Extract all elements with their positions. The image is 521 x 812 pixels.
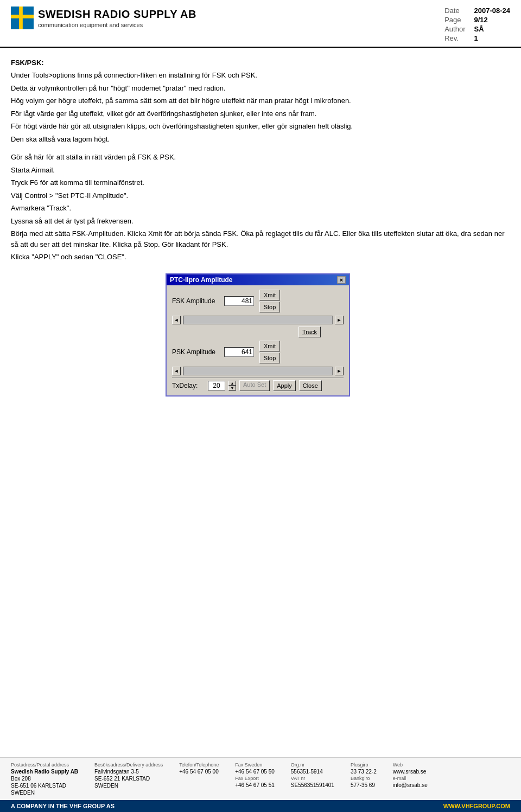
bankgiro-value: 577-35 69 <box>351 782 377 788</box>
fsk-slider-bar[interactable] <box>183 316 333 324</box>
company-tagline: communication equipment and services <box>38 22 196 28</box>
psk-label: PSK Amplitude <box>172 348 221 356</box>
psk-value-field[interactable]: 641 <box>224 347 254 357</box>
para1: Under Tools>options finns på connection-… <box>11 70 505 81</box>
para2: Detta är volymkontrollen på hur "högt" m… <box>11 83 505 94</box>
logo-area: SWEDISH RADIO SUPPLY AB communication eq… <box>11 7 196 29</box>
fsk-value: 481 <box>242 297 252 305</box>
plusgiro-value: 33 73 22-2 <box>351 769 377 775</box>
fsk-xmit-button[interactable]: Xmit <box>259 290 280 300</box>
track-button[interactable]: Track <box>298 327 321 337</box>
ptc-dialog: PTC-IIpro Amplitude × FSK Amplitude 481 … <box>166 273 350 397</box>
bankgiro-label: Bankgiro <box>351 776 377 781</box>
txdelay-row: TxDelay: 20 ▲ ▼ Auto Set Apply Close <box>172 380 344 391</box>
txdelay-down-button[interactable]: ▼ <box>228 386 236 391</box>
page-label: Page <box>444 16 465 24</box>
fsk-slider-right[interactable]: ► <box>335 316 344 324</box>
psk-slider-bar[interactable] <box>183 367 333 375</box>
section-title: FSK/PSK: <box>11 59 505 67</box>
web-value: www.srsab.se <box>393 769 428 775</box>
apply-button[interactable]: Apply <box>273 380 296 391</box>
autoset-button[interactable]: Auto Set <box>239 380 270 391</box>
vhf-group-text: A COMPANY IN THE VHF GROUP AS <box>11 803 115 809</box>
txdelay-value: 20 <box>213 382 220 389</box>
fsk-slider-left[interactable]: ◄ <box>172 316 181 324</box>
delivery-label: Besöksadress/Delivery address <box>94 762 163 768</box>
logo-text: SWEDISH RADIO SUPPLY AB communication eq… <box>38 8 196 28</box>
para13: Börja med att sätta FSK-Amplituden. Klic… <box>11 228 505 250</box>
txdelay-spinners: ▲ ▼ <box>228 381 236 391</box>
psk-slider-row: ◄ ► <box>172 367 344 375</box>
para12: Lyssna så att det är tyst på frekvensen. <box>11 216 505 227</box>
vhf-group-url: WWW.VHFGROUP.COM <box>443 803 510 809</box>
fsk-label: FSK Amplitude <box>172 297 221 305</box>
email-value: info@srsab.se <box>393 782 428 788</box>
dialog-titlebar: PTC-IIpro Amplitude × <box>167 274 349 285</box>
intro-block: FSK/PSK: Under Tools>options finns på co… <box>11 59 505 144</box>
plusgiro-label: Plusgiro <box>351 762 377 768</box>
date-label: Date <box>444 7 465 15</box>
close-button[interactable]: Close <box>299 380 322 391</box>
author-label: Author <box>444 25 465 33</box>
page-value: 9/12 <box>474 16 511 24</box>
web-col: Web www.srsab.se e-mail info@srsab.se <box>393 762 428 796</box>
delivery-address-col: Besöksadress/Delivery address Fallvindsg… <box>94 762 163 796</box>
street-footer: Fallvindsgatan 3-5 <box>94 769 163 775</box>
postal-label: Postadress/Postal address <box>11 762 78 768</box>
psk-label-row: PSK Amplitude 641 Xmit Stop <box>172 341 344 363</box>
separator <box>172 378 344 378</box>
svg-rect-2 <box>11 15 34 18</box>
dialog-wrapper: PTC-IIpro Amplitude × FSK Amplitude 481 … <box>11 273 505 397</box>
phone-value: +46 54 67 05 00 <box>179 769 219 775</box>
author-value: SÅ <box>474 25 511 33</box>
delivery-country-footer: SWEDEN <box>94 783 163 789</box>
rev-label: Rev. <box>444 34 465 42</box>
document-meta: Date 2007-08-24 Page 9/12 Author SÅ Rev.… <box>444 7 510 42</box>
date-value: 2007-08-24 <box>474 7 511 15</box>
company-name: SWEDISH RADIO SUPPLY AB <box>38 8 196 21</box>
main-content: FSK/PSK: Under Tools>options finns på co… <box>0 48 521 413</box>
logo-icon <box>11 7 34 29</box>
fsk-stop-button[interactable]: Stop <box>259 302 280 312</box>
giro-col: Plusgiro 33 73 22-2 Bankgiro 577-35 69 <box>351 762 377 796</box>
para3: Hög volym ger högre uteffekt, på samma s… <box>11 95 505 106</box>
page-footer: Postadress/Postal address Swedish Radio … <box>0 757 521 812</box>
psk-value: 641 <box>242 348 252 356</box>
psk-stop-button[interactable]: Stop <box>259 353 280 363</box>
fax-export-value: +46 54 67 05 51 <box>235 782 275 788</box>
para14: Klicka "APPLY" och sedan "CLOSE". <box>11 252 505 263</box>
txdelay-up-button[interactable]: ▲ <box>228 381 236 386</box>
txdelay-label: TxDelay: <box>172 382 205 389</box>
txdelay-input[interactable]: 20 <box>208 381 225 391</box>
fsk-value-field[interactable]: 481 <box>224 296 254 306</box>
para4: För lågt värde ger låg uteffekt, vilket … <box>11 108 505 119</box>
city-footer: SE-651 06 KARLSTAD <box>11 783 78 789</box>
vat-label: VAT nr <box>291 776 334 781</box>
psk-slider-left[interactable]: ◄ <box>172 367 181 375</box>
para5: För högt värde här gör att utsignalen kl… <box>11 121 505 132</box>
org-value: 556351-5914 <box>291 769 334 775</box>
company-footer: Swedish Radio Supply AB <box>11 769 78 775</box>
para7: Gör så här för att ställa in rätt värden… <box>11 152 505 163</box>
fax-value: +46 54 67 05 50 <box>235 769 275 775</box>
instructions-block: Gör så här för att ställa in rätt värden… <box>11 152 505 263</box>
para8: Starta Airmail. <box>11 165 505 176</box>
dialog-title: PTC-IIpro Amplitude <box>170 276 233 284</box>
psk-xmit-button[interactable]: Xmit <box>259 341 280 351</box>
delivery-city-footer: SE-652 21 KARLSTAD <box>94 776 163 782</box>
fax-label: Fax Sweden <box>235 762 275 768</box>
postal-address-col: Postadress/Postal address Swedish Radio … <box>11 762 78 796</box>
para11: Avmarkera "Track". <box>11 203 505 214</box>
country-footer: SWEDEN <box>11 790 78 796</box>
fax-export-label: Fax Export <box>235 776 275 781</box>
fsk-slider-row: ◄ ► <box>172 316 344 324</box>
org-label: Org.nr <box>291 762 334 768</box>
fsk-label-row: FSK Amplitude 481 Xmit Stop <box>172 290 344 312</box>
psk-slider-right[interactable]: ► <box>335 367 344 375</box>
footer-bar: A COMPANY IN THE VHF GROUP AS WWW.VHFGRO… <box>0 800 521 812</box>
rev-value: 1 <box>474 34 511 42</box>
dialog-close-button[interactable]: × <box>337 276 346 284</box>
box-footer: Box 208 <box>11 776 78 782</box>
para9: Tryck F6 för att komma till terminalföns… <box>11 177 505 188</box>
footer-info: Postadress/Postal address Swedish Radio … <box>0 757 521 800</box>
